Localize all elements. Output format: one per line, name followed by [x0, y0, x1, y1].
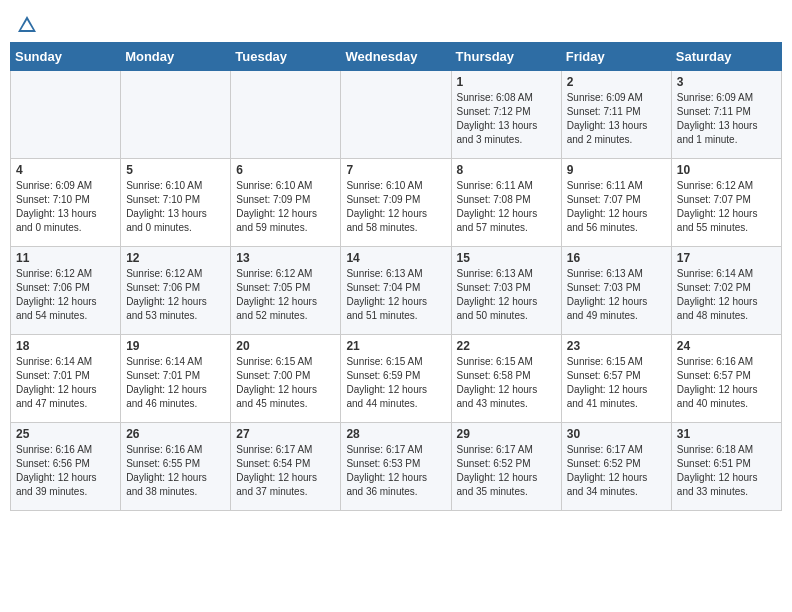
calendar-cell: 15Sunrise: 6:13 AMSunset: 7:03 PMDayligh…: [451, 247, 561, 335]
day-number: 24: [677, 339, 776, 353]
week-row-2: 4Sunrise: 6:09 AMSunset: 7:10 PMDaylight…: [11, 159, 782, 247]
calendar-cell: 23Sunrise: 6:15 AMSunset: 6:57 PMDayligh…: [561, 335, 671, 423]
day-number: 10: [677, 163, 776, 177]
day-info: Sunrise: 6:13 AMSunset: 7:03 PMDaylight:…: [567, 267, 666, 323]
day-number: 12: [126, 251, 225, 265]
week-row-1: 1Sunrise: 6:08 AMSunset: 7:12 PMDaylight…: [11, 71, 782, 159]
day-info: Sunrise: 6:14 AMSunset: 7:01 PMDaylight:…: [16, 355, 115, 411]
day-info: Sunrise: 6:09 AMSunset: 7:11 PMDaylight:…: [677, 91, 776, 147]
calendar-cell: 30Sunrise: 6:17 AMSunset: 6:52 PMDayligh…: [561, 423, 671, 511]
day-number: 16: [567, 251, 666, 265]
day-info: Sunrise: 6:10 AMSunset: 7:09 PMDaylight:…: [236, 179, 335, 235]
day-info: Sunrise: 6:09 AMSunset: 7:11 PMDaylight:…: [567, 91, 666, 147]
day-info: Sunrise: 6:10 AMSunset: 7:09 PMDaylight:…: [346, 179, 445, 235]
day-number: 18: [16, 339, 115, 353]
weekday-header-sunday: Sunday: [11, 43, 121, 71]
day-info: Sunrise: 6:16 AMSunset: 6:56 PMDaylight:…: [16, 443, 115, 499]
day-info: Sunrise: 6:15 AMSunset: 6:59 PMDaylight:…: [346, 355, 445, 411]
calendar-cell: [231, 71, 341, 159]
day-number: 27: [236, 427, 335, 441]
day-info: Sunrise: 6:11 AMSunset: 7:08 PMDaylight:…: [457, 179, 556, 235]
day-number: 6: [236, 163, 335, 177]
day-number: 22: [457, 339, 556, 353]
weekday-header-tuesday: Tuesday: [231, 43, 341, 71]
day-number: 20: [236, 339, 335, 353]
week-row-4: 18Sunrise: 6:14 AMSunset: 7:01 PMDayligh…: [11, 335, 782, 423]
calendar-cell: 1Sunrise: 6:08 AMSunset: 7:12 PMDaylight…: [451, 71, 561, 159]
calendar-cell: [341, 71, 451, 159]
weekday-header-thursday: Thursday: [451, 43, 561, 71]
day-info: Sunrise: 6:14 AMSunset: 7:02 PMDaylight:…: [677, 267, 776, 323]
calendar-cell: 28Sunrise: 6:17 AMSunset: 6:53 PMDayligh…: [341, 423, 451, 511]
calendar-cell: 18Sunrise: 6:14 AMSunset: 7:01 PMDayligh…: [11, 335, 121, 423]
calendar-cell: 17Sunrise: 6:14 AMSunset: 7:02 PMDayligh…: [671, 247, 781, 335]
day-info: Sunrise: 6:10 AMSunset: 7:10 PMDaylight:…: [126, 179, 225, 235]
day-number: 2: [567, 75, 666, 89]
day-number: 1: [457, 75, 556, 89]
week-row-5: 25Sunrise: 6:16 AMSunset: 6:56 PMDayligh…: [11, 423, 782, 511]
calendar-cell: 8Sunrise: 6:11 AMSunset: 7:08 PMDaylight…: [451, 159, 561, 247]
weekday-header-wednesday: Wednesday: [341, 43, 451, 71]
calendar-cell: 11Sunrise: 6:12 AMSunset: 7:06 PMDayligh…: [11, 247, 121, 335]
day-number: 3: [677, 75, 776, 89]
day-info: Sunrise: 6:15 AMSunset: 7:00 PMDaylight:…: [236, 355, 335, 411]
day-info: Sunrise: 6:15 AMSunset: 6:57 PMDaylight:…: [567, 355, 666, 411]
calendar-cell: 24Sunrise: 6:16 AMSunset: 6:57 PMDayligh…: [671, 335, 781, 423]
day-number: 29: [457, 427, 556, 441]
calendar-cell: 12Sunrise: 6:12 AMSunset: 7:06 PMDayligh…: [121, 247, 231, 335]
day-number: 26: [126, 427, 225, 441]
calendar-cell: [11, 71, 121, 159]
day-info: Sunrise: 6:14 AMSunset: 7:01 PMDaylight:…: [126, 355, 225, 411]
day-info: Sunrise: 6:09 AMSunset: 7:10 PMDaylight:…: [16, 179, 115, 235]
day-number: 8: [457, 163, 556, 177]
day-number: 9: [567, 163, 666, 177]
day-info: Sunrise: 6:16 AMSunset: 6:57 PMDaylight:…: [677, 355, 776, 411]
day-info: Sunrise: 6:12 AMSunset: 7:07 PMDaylight:…: [677, 179, 776, 235]
calendar-cell: 29Sunrise: 6:17 AMSunset: 6:52 PMDayligh…: [451, 423, 561, 511]
calendar-cell: 4Sunrise: 6:09 AMSunset: 7:10 PMDaylight…: [11, 159, 121, 247]
calendar-cell: 6Sunrise: 6:10 AMSunset: 7:09 PMDaylight…: [231, 159, 341, 247]
calendar-cell: 16Sunrise: 6:13 AMSunset: 7:03 PMDayligh…: [561, 247, 671, 335]
day-number: 19: [126, 339, 225, 353]
day-number: 5: [126, 163, 225, 177]
day-info: Sunrise: 6:17 AMSunset: 6:52 PMDaylight:…: [567, 443, 666, 499]
day-info: Sunrise: 6:16 AMSunset: 6:55 PMDaylight:…: [126, 443, 225, 499]
day-number: 4: [16, 163, 115, 177]
day-number: 30: [567, 427, 666, 441]
calendar-cell: 25Sunrise: 6:16 AMSunset: 6:56 PMDayligh…: [11, 423, 121, 511]
calendar-cell: 5Sunrise: 6:10 AMSunset: 7:10 PMDaylight…: [121, 159, 231, 247]
day-info: Sunrise: 6:12 AMSunset: 7:06 PMDaylight:…: [126, 267, 225, 323]
day-number: 14: [346, 251, 445, 265]
weekday-header-row: SundayMondayTuesdayWednesdayThursdayFrid…: [11, 43, 782, 71]
day-number: 13: [236, 251, 335, 265]
day-info: Sunrise: 6:13 AMSunset: 7:03 PMDaylight:…: [457, 267, 556, 323]
logo: [14, 14, 38, 36]
calendar-cell: 13Sunrise: 6:12 AMSunset: 7:05 PMDayligh…: [231, 247, 341, 335]
day-number: 15: [457, 251, 556, 265]
calendar-cell: 31Sunrise: 6:18 AMSunset: 6:51 PMDayligh…: [671, 423, 781, 511]
calendar-cell: 9Sunrise: 6:11 AMSunset: 7:07 PMDaylight…: [561, 159, 671, 247]
day-number: 28: [346, 427, 445, 441]
calendar-cell: 2Sunrise: 6:09 AMSunset: 7:11 PMDaylight…: [561, 71, 671, 159]
day-info: Sunrise: 6:12 AMSunset: 7:05 PMDaylight:…: [236, 267, 335, 323]
day-number: 7: [346, 163, 445, 177]
day-number: 11: [16, 251, 115, 265]
calendar-cell: 27Sunrise: 6:17 AMSunset: 6:54 PMDayligh…: [231, 423, 341, 511]
calendar-cell: 3Sunrise: 6:09 AMSunset: 7:11 PMDaylight…: [671, 71, 781, 159]
calendar-cell: 21Sunrise: 6:15 AMSunset: 6:59 PMDayligh…: [341, 335, 451, 423]
logo-icon: [16, 14, 38, 36]
day-info: Sunrise: 6:17 AMSunset: 6:54 PMDaylight:…: [236, 443, 335, 499]
weekday-header-monday: Monday: [121, 43, 231, 71]
day-info: Sunrise: 6:08 AMSunset: 7:12 PMDaylight:…: [457, 91, 556, 147]
day-info: Sunrise: 6:13 AMSunset: 7:04 PMDaylight:…: [346, 267, 445, 323]
calendar-table: SundayMondayTuesdayWednesdayThursdayFrid…: [10, 42, 782, 511]
calendar-cell: 19Sunrise: 6:14 AMSunset: 7:01 PMDayligh…: [121, 335, 231, 423]
day-info: Sunrise: 6:17 AMSunset: 6:53 PMDaylight:…: [346, 443, 445, 499]
day-number: 31: [677, 427, 776, 441]
day-info: Sunrise: 6:12 AMSunset: 7:06 PMDaylight:…: [16, 267, 115, 323]
weekday-header-saturday: Saturday: [671, 43, 781, 71]
page-header: [10, 10, 782, 36]
calendar-cell: 22Sunrise: 6:15 AMSunset: 6:58 PMDayligh…: [451, 335, 561, 423]
calendar-cell: 7Sunrise: 6:10 AMSunset: 7:09 PMDaylight…: [341, 159, 451, 247]
day-number: 21: [346, 339, 445, 353]
